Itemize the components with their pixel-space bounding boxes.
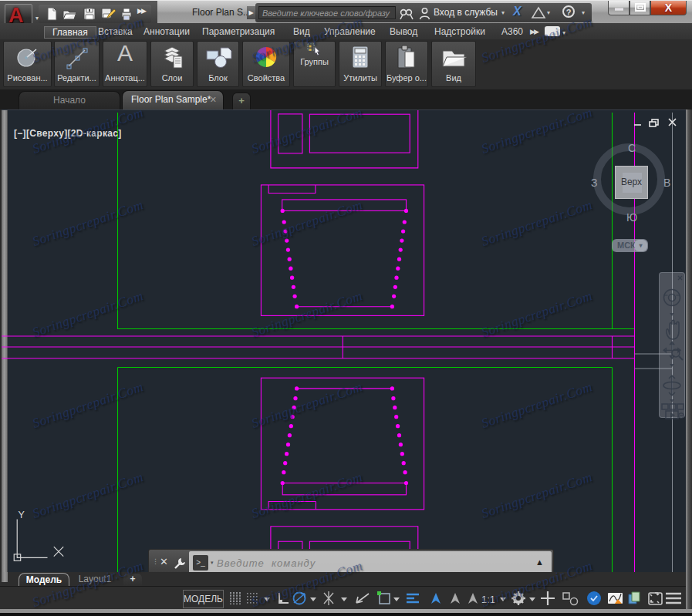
svg-text:Y: Y <box>19 510 25 520</box>
svg-text:1:1: 1:1 <box>481 594 495 605</box>
